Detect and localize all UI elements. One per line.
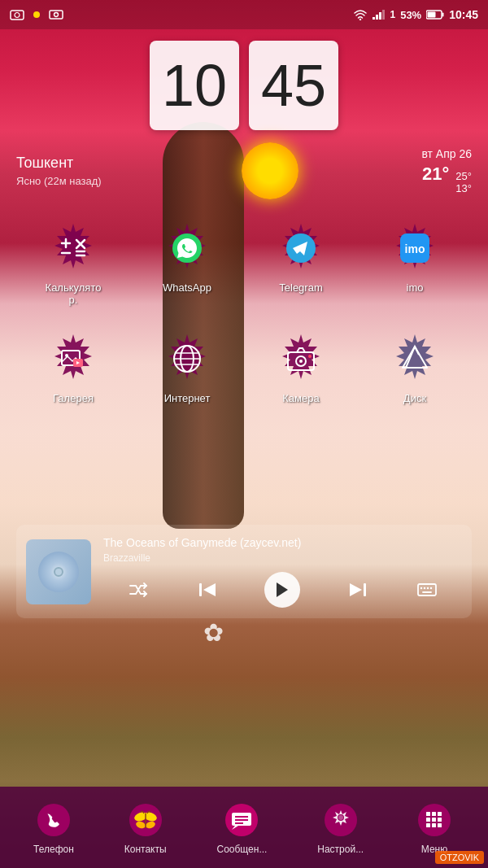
- prev-icon: [199, 582, 217, 598]
- next-icon: [348, 582, 366, 598]
- menu-icon: [414, 800, 455, 840]
- svg-marker-37: [203, 583, 216, 596]
- svg-rect-8: [379, 12, 381, 20]
- music-lyrics-button[interactable]: [414, 577, 440, 603]
- app-camera[interactable]: Камера: [260, 330, 342, 404]
- svg-rect-64: [426, 812, 430, 816]
- svg-rect-67: [426, 818, 430, 822]
- svg-point-35: [308, 355, 312, 358]
- telegram-label: Telegram: [279, 281, 322, 294]
- svg-point-5: [359, 19, 361, 20]
- calculator-symbol: [59, 233, 88, 263]
- settings-symbol: [325, 804, 357, 836]
- app-gallery[interactable]: Галерея: [33, 330, 114, 404]
- svg-rect-69: [438, 818, 442, 822]
- svg-point-2: [33, 11, 40, 18]
- svg-point-34: [299, 360, 303, 363]
- app-grid: Калькулятор. WhatsApp: [0, 220, 488, 429]
- app-browser[interactable]: Интернет: [146, 330, 228, 404]
- music-play-button[interactable]: [264, 572, 300, 608]
- gallery-label: Галерея: [53, 392, 94, 404]
- app-row-1: Калькулятор. WhatsApp: [16, 220, 472, 306]
- dock-phone-label: Телефон: [33, 844, 74, 855]
- screenshot-icon: [10, 9, 24, 20]
- photo-icon: [49, 9, 63, 20]
- dock-settings[interactable]: Настрой...: [317, 800, 364, 855]
- status-left-icons: [10, 9, 63, 20]
- drive-icon-container: [386, 330, 443, 387]
- telegram-icon-container: [272, 220, 329, 277]
- contacts-icon: [125, 800, 166, 840]
- drive-symbol: [399, 343, 430, 374]
- dock-messages[interactable]: Сообщен...: [216, 800, 267, 855]
- music-disc-hole: [54, 567, 63, 577]
- app-drive[interactable]: Диск: [374, 330, 455, 404]
- weather-temp-low: 13°: [455, 182, 472, 194]
- whatsapp-icon: [168, 229, 207, 268]
- svg-rect-12: [428, 12, 436, 18]
- app-whatsapp[interactable]: WhatsApp: [146, 220, 228, 306]
- music-disc: [38, 552, 79, 592]
- dock-contacts-label: Контакты: [124, 844, 167, 855]
- svg-rect-0: [11, 11, 24, 20]
- music-widget: The Oceans of Ganymede (zaycev.net) Braz…: [16, 525, 472, 618]
- weather-widget: Тошкент Ясно (22м назад) вт Апр 26 21° 2…: [16, 142, 472, 199]
- weather-city: Тошкент: [16, 155, 102, 172]
- svg-rect-72: [438, 823, 442, 827]
- gallery-icon-container: [45, 330, 102, 387]
- imo-symbol: imo: [399, 232, 431, 264]
- status-right-info: 1 53% 10:45: [354, 8, 478, 21]
- music-shuffle-button[interactable]: [125, 577, 151, 603]
- settings-icon: [320, 800, 361, 840]
- watermark: OTZOVIK: [435, 851, 484, 864]
- shuffle-icon: [129, 582, 147, 597]
- browser-label: Интернет: [164, 392, 211, 404]
- camera-symbol: [285, 343, 316, 374]
- camera-label: Камера: [282, 392, 319, 404]
- app-imo[interactable]: imo imo: [374, 220, 455, 306]
- weather-date: вт Апр 26: [421, 147, 472, 160]
- weather-sun-icon: [242, 142, 298, 199]
- camera-icon-container: [272, 330, 329, 387]
- calculator-icon-container: [45, 220, 102, 277]
- weather-status-icon: [29, 9, 44, 20]
- app-calculator[interactable]: Калькулятор.: [33, 220, 114, 306]
- wifi-icon: [354, 9, 367, 20]
- svg-rect-39: [364, 583, 366, 596]
- svg-rect-65: [432, 812, 436, 816]
- svg-marker-38: [277, 582, 288, 597]
- app-telegram[interactable]: Telegram: [260, 220, 342, 306]
- music-next-button[interactable]: [344, 577, 370, 603]
- svg-rect-41: [418, 584, 436, 595]
- svg-marker-40: [350, 583, 362, 596]
- whatsapp-label: WhatsApp: [163, 281, 211, 294]
- svg-rect-70: [426, 823, 430, 827]
- clock-widget: 10 45: [150, 41, 338, 130]
- imo-icon: imo: [395, 229, 434, 268]
- music-artist: Brazzaville: [103, 552, 462, 564]
- svg-rect-68: [432, 818, 436, 822]
- app-row-2: Галерея Интернет: [16, 330, 472, 404]
- dock-contacts[interactable]: Контакты: [124, 800, 167, 855]
- svg-rect-71: [432, 823, 436, 827]
- gallery-symbol: [59, 344, 88, 373]
- calculator-label: Калькулятор.: [46, 281, 102, 306]
- phone-icon: [33, 800, 74, 840]
- battery-icon: [426, 10, 444, 20]
- gallery-icon: [54, 339, 93, 378]
- calculator-icon: [54, 229, 93, 268]
- status-time: 10:45: [449, 8, 478, 21]
- play-icon: [275, 582, 290, 598]
- svg-rect-9: [382, 10, 385, 20]
- svg-rect-6: [373, 17, 375, 20]
- weather-temp-high: 25°: [455, 170, 472, 182]
- weather-left: Тошкент Ясно (22м назад): [16, 155, 102, 187]
- drive-label: Диск: [403, 392, 426, 404]
- dock-menu[interactable]: Меню: [414, 800, 455, 855]
- browser-icon: [168, 339, 207, 378]
- dock-phone[interactable]: Телефон: [33, 800, 74, 855]
- music-prev-button[interactable]: [195, 577, 221, 603]
- telegram-icon: [281, 229, 320, 268]
- lyrics-icon: [417, 582, 437, 598]
- battery-text: 53%: [400, 9, 421, 21]
